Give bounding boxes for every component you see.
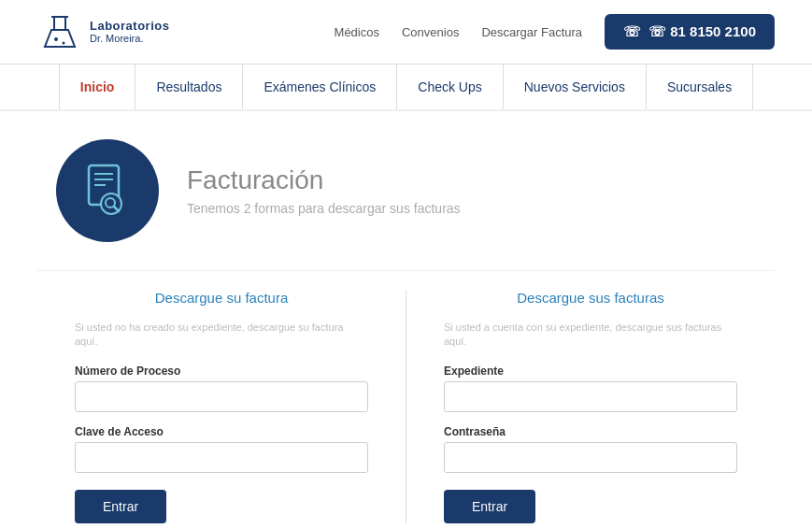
entrar-button-right[interactable]: Entrar xyxy=(444,490,535,523)
logo-name: Laboratorios xyxy=(90,19,169,34)
link-convenios[interactable]: Convenios xyxy=(402,25,459,39)
nav-sucursales[interactable]: Sucursales xyxy=(647,64,753,109)
nav-inicio[interactable]: Inicio xyxy=(59,64,136,109)
form-left-heading: Descargue su factura xyxy=(75,290,368,306)
phone-button[interactable]: ☏ ☏ 81 8150 2100 xyxy=(605,14,775,50)
phone-icon: ☏ xyxy=(623,23,641,40)
hero-text: Facturación Tenemos 2 formas para descar… xyxy=(187,165,461,216)
svg-point-4 xyxy=(54,37,58,41)
nav-resultados[interactable]: Resultados xyxy=(135,64,243,109)
nav-examenes[interactable]: Exámenes Clínicos xyxy=(243,64,397,109)
forms-section: Descargue su factura Si usted no ha crea… xyxy=(0,271,812,529)
facturacion-icon xyxy=(78,161,138,222)
entrar-button-left[interactable]: Entrar xyxy=(75,490,166,523)
numero-proceso-input[interactable] xyxy=(75,381,368,412)
contrasena-input[interactable] xyxy=(444,442,737,473)
nav-checkups[interactable]: Check Ups xyxy=(397,64,503,109)
logo-text: Laboratorios Dr. Moreira. xyxy=(90,19,169,46)
link-medicos[interactable]: Médicos xyxy=(335,25,379,39)
top-links: Médicos Convenios Descargar Factura ☏ ☏ … xyxy=(335,14,775,50)
label-numero-proceso: Número de Proceso xyxy=(75,365,368,378)
hero-icon-circle xyxy=(56,139,159,242)
main-nav: Inicio Resultados Exámenes Clínicos Chec… xyxy=(0,64,812,111)
hero-title: Facturación xyxy=(187,165,461,195)
form-right: Descargue sus facturas Si usted a cuenta… xyxy=(406,290,775,523)
form-right-desc: Si usted a cuenta con su expediente, des… xyxy=(444,321,737,350)
phone-number: ☏ 81 8150 2100 xyxy=(648,23,756,40)
clave-acceso-input[interactable] xyxy=(75,442,368,473)
form-right-heading: Descargue sus facturas xyxy=(444,290,737,306)
logo-icon xyxy=(37,9,82,54)
top-bar: Laboratorios Dr. Moreira. Médicos Conven… xyxy=(0,0,812,64)
hero-section: Facturación Tenemos 2 formas para descar… xyxy=(0,111,812,270)
label-expediente: Expediente xyxy=(444,365,737,378)
form-left-desc: Si usted no ha creado su expediente, des… xyxy=(75,321,368,350)
label-clave-acceso: Clave de Acceso xyxy=(75,425,368,438)
svg-point-5 xyxy=(63,42,65,45)
form-left: Descargue su factura Si usted no ha crea… xyxy=(37,290,406,523)
logo-sub: Dr. Moreira. xyxy=(90,33,169,45)
link-descargar-factura[interactable]: Descargar Factura xyxy=(481,25,582,39)
logo: Laboratorios Dr. Moreira. xyxy=(37,9,169,54)
hero-subtitle: Tenemos 2 formas para descargar sus fact… xyxy=(187,201,461,216)
nav-nuevos-servicios[interactable]: Nuevos Servicios xyxy=(504,64,647,109)
expediente-input[interactable] xyxy=(444,381,737,412)
label-contrasena: Contraseña xyxy=(444,425,737,438)
